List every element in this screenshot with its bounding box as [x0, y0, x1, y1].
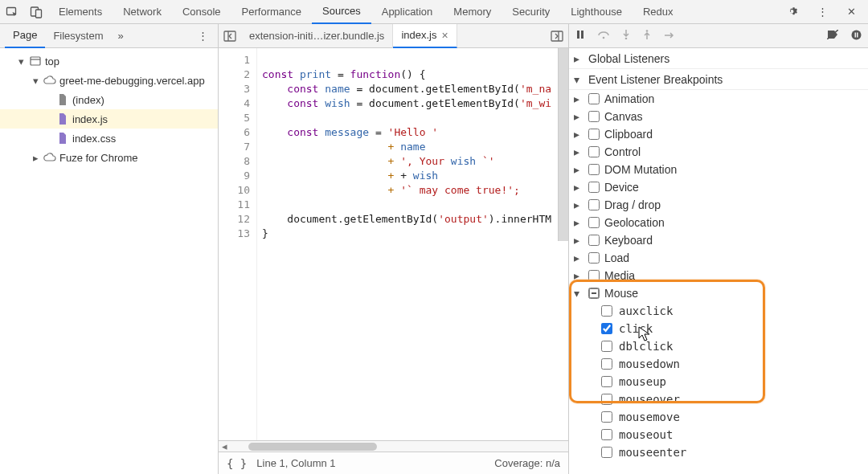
editor-tab-bundle[interactable]: extension-initi…izer.bundle.js	[241, 24, 393, 48]
tree-file-index[interactable]: (index)	[0, 90, 218, 109]
category-label: Load	[604, 251, 629, 264]
deactivate-breakpoints-icon[interactable]	[827, 30, 838, 42]
tab-redux[interactable]: Redux	[633, 0, 684, 24]
event-checkbox[interactable]	[601, 323, 612, 334]
svg-rect-16	[855, 32, 857, 37]
tab-console[interactable]: Console	[172, 0, 231, 24]
category-checkbox[interactable]	[588, 129, 600, 140]
tab-memory[interactable]: Memory	[443, 0, 502, 24]
pretty-print-icon[interactable]: { }	[227, 457, 247, 470]
svg-rect-2	[36, 10, 42, 18]
event-mouseover[interactable]: mouseover	[601, 390, 868, 408]
step-over-icon[interactable]	[598, 30, 609, 42]
caret-right-icon: ▸	[574, 128, 583, 141]
category-checkbox[interactable]	[588, 164, 600, 175]
category-checkbox[interactable]	[588, 270, 600, 281]
category-canvas[interactable]: ▸Canvas	[569, 108, 868, 125]
event-click[interactable]: click	[601, 320, 868, 337]
caret-right-icon: ▸	[31, 152, 40, 164]
cloud-icon	[43, 74, 56, 87]
close-icon[interactable]: ×	[441, 29, 448, 42]
category-checkbox[interactable]	[588, 252, 600, 264]
category-checkbox[interactable]	[588, 182, 600, 193]
pause-on-exceptions-icon[interactable]	[851, 30, 862, 43]
kebab-icon[interactable]: ⋮	[810, 0, 834, 24]
code-editor[interactable]: const print = function() { const name = …	[257, 48, 568, 440]
event-mouseenter[interactable]: mouseenter	[601, 443, 868, 461]
show-debugger-icon[interactable]	[546, 31, 568, 42]
event-mousemove[interactable]: mousemove	[601, 408, 868, 426]
event-checkbox[interactable]	[601, 358, 612, 370]
caret-right-icon: ▸	[574, 234, 583, 247]
category-clipboard[interactable]: ▸Clipboard	[569, 125, 868, 143]
section-event-listener-breakpoints[interactable]: ▾ Event Listener Breakpoints	[569, 69, 868, 90]
category-device[interactable]: ▸Device	[569, 178, 868, 196]
tree-file-indexcss[interactable]: index.css	[0, 129, 218, 148]
category-geolocation[interactable]: ▸Geolocation	[569, 214, 868, 231]
tab-performance[interactable]: Performance	[231, 0, 312, 24]
category-label: Control	[604, 145, 641, 158]
editor-tab-indexjs[interactable]: index.js ×	[393, 24, 457, 48]
close-icon[interactable]: ✕	[839, 0, 863, 24]
inspect-icon[interactable]	[0, 0, 24, 24]
tree-file-indexjs[interactable]: index.js	[0, 109, 218, 129]
tree-top-label: top	[45, 55, 59, 67]
caret-right-icon: ▸	[574, 198, 583, 211]
event-mouseup[interactable]: mouseup	[601, 373, 868, 390]
horizontal-scrollbar[interactable]: ◂	[219, 440, 568, 452]
category-checkbox[interactable]	[588, 199, 600, 210]
tab-application[interactable]: Application	[371, 0, 444, 24]
event-mousedown[interactable]: mousedown	[601, 355, 868, 373]
category-checkbox[interactable]	[588, 111, 600, 122]
navigator-panel: Page Filesystem » ⋮ ▾ top ▾ greet-me-deb…	[0, 24, 219, 474]
svg-point-15	[852, 30, 862, 39]
category-checkbox[interactable]	[588, 146, 600, 157]
category-label: Device	[604, 181, 639, 194]
step-icon[interactable]	[664, 30, 675, 42]
category-label: DOM Mutation	[604, 163, 677, 176]
step-out-icon[interactable]	[643, 30, 651, 42]
event-checkbox[interactable]	[601, 376, 612, 387]
tab-network[interactable]: Network	[113, 0, 172, 24]
category-dom-mutation[interactable]: ▸DOM Mutation	[569, 161, 868, 178]
svg-rect-10	[581, 31, 583, 39]
event-auxclick[interactable]: auxclick	[601, 302, 868, 320]
event-checkbox[interactable]	[601, 341, 612, 352]
category-checkbox[interactable]	[588, 93, 600, 104]
tab-security[interactable]: Security	[502, 0, 560, 24]
category-drag-drop[interactable]: ▸Drag / drop	[569, 196, 868, 214]
category-keyboard[interactable]: ▸Keyboard	[569, 231, 868, 249]
tab-page[interactable]: Page	[5, 24, 45, 48]
category-mouse[interactable]: ▾ Mouse	[569, 284, 868, 302]
tree-domain[interactable]: ▾ greet-me-debugging.vercel.app	[0, 71, 218, 90]
nav-more-icon[interactable]: »	[112, 30, 130, 42]
device-toggle-icon[interactable]	[24, 0, 48, 24]
category-control[interactable]: ▸Control	[569, 143, 868, 161]
tab-sources[interactable]: Sources	[312, 0, 371, 24]
section-global-listeners[interactable]: ▸ Global Listeners	[569, 48, 868, 69]
event-checkbox[interactable]	[601, 394, 612, 405]
settings-icon[interactable]	[781, 0, 805, 24]
event-mouseout[interactable]: mouseout	[601, 426, 868, 443]
category-checkbox[interactable]	[588, 217, 600, 228]
tab-lighthouse[interactable]: Lighthouse	[560, 0, 633, 24]
tab-filesystem[interactable]: Filesystem	[45, 24, 111, 48]
category-checkbox[interactable]	[588, 235, 600, 246]
tab-elements[interactable]: Elements	[48, 0, 113, 24]
event-dblclick[interactable]: dblclick	[601, 337, 868, 355]
event-checkbox[interactable]	[601, 429, 612, 440]
nav-kebab-icon[interactable]: ⋮	[193, 30, 213, 42]
category-load[interactable]: ▸Load	[569, 249, 868, 267]
event-checkbox[interactable]	[601, 305, 612, 317]
show-navigator-icon[interactable]	[219, 31, 241, 42]
pause-icon[interactable]	[575, 30, 585, 42]
tree-top[interactable]: ▾ top	[0, 51, 218, 71]
category-media[interactable]: ▸Media	[569, 267, 868, 284]
editor-tab-label: index.js	[401, 29, 436, 41]
event-checkbox[interactable]	[601, 447, 612, 458]
category-animation[interactable]: ▸Animation	[569, 90, 868, 108]
event-checkbox[interactable]	[601, 411, 612, 423]
tree-extension[interactable]: ▸ Fuze for Chrome	[0, 148, 218, 167]
event-label: mouseout	[619, 428, 673, 441]
step-into-icon[interactable]	[622, 30, 630, 42]
